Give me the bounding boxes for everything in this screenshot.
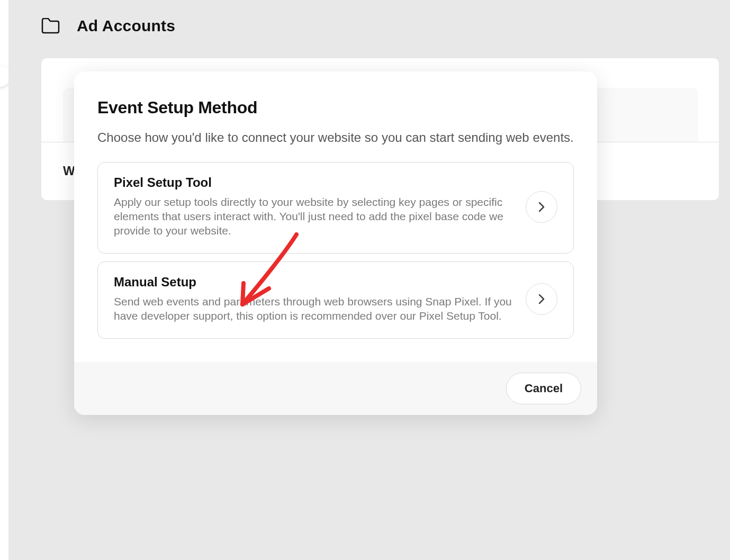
modal-subtitle: Choose how you'd like to connect your we… [97, 129, 574, 146]
option-description: Apply our setup tools directly to your w… [114, 195, 513, 238]
option-arrow-button[interactable] [526, 283, 557, 315]
page-background: Ad Accounts W Event Setup Method Choose … [8, 0, 730, 560]
cancel-button[interactable]: Cancel [506, 373, 581, 404]
event-setup-modal: Event Setup Method Choose how you'd like… [74, 71, 597, 415]
option-arrow-button[interactable] [526, 191, 557, 223]
option-pixel-setup-tool[interactable]: Pixel Setup Tool Apply our setup tools d… [97, 162, 574, 254]
option-manual-setup[interactable]: Manual Setup Send web events and paramet… [97, 261, 574, 339]
option-title: Pixel Setup Tool [114, 175, 513, 190]
option-text-wrapper: Pixel Setup Tool Apply our setup tools d… [114, 175, 513, 238]
chevron-right-icon [538, 202, 545, 212]
option-description: Send web events and parameters through w… [114, 295, 513, 323]
chevron-right-icon [538, 294, 545, 304]
modal-body: Event Setup Method Choose how you'd like… [74, 71, 597, 362]
background-label-fragment: W [63, 164, 75, 178]
option-title: Manual Setup [114, 275, 513, 290]
page-title: Ad Accounts [77, 17, 175, 35]
modal-title: Event Setup Method [97, 98, 574, 118]
page-header: Ad Accounts [41, 17, 175, 35]
option-text-wrapper: Manual Setup Send web events and paramet… [114, 275, 513, 323]
modal-footer: Cancel [74, 362, 597, 415]
folder-icon [41, 18, 60, 34]
